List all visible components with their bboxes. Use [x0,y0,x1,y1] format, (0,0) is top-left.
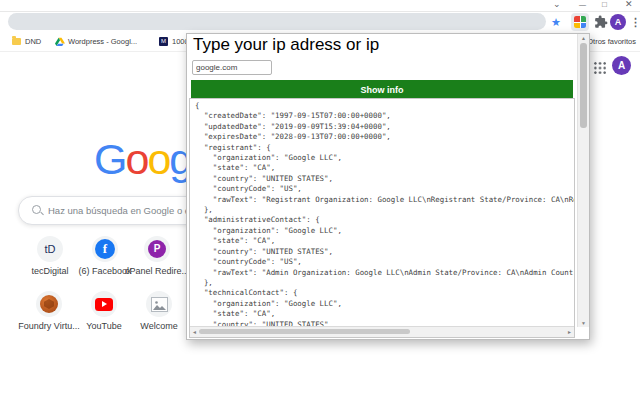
folder-icon [12,38,21,45]
shortcut-facebook[interactable]: f [92,236,118,262]
popup-title: Type your ip adress or ip [193,35,379,55]
json-line: "rawText": "Registrant Organization: Goo… [195,195,574,205]
horizontal-scrollbar[interactable]: ◄ ► [190,326,574,337]
browser-toolbar: ★ A ⋮ [0,12,640,32]
vertical-scrollbar[interactable]: ▲ ▼ [577,34,589,327]
minimize-icon[interactable]: — [579,0,586,10]
scroll-down-icon[interactable]: ▼ [578,320,589,326]
logo-letter: o [147,135,169,183]
shortcut-tecdigital[interactable]: tD [37,236,63,262]
facebook-icon: f [95,239,115,259]
other-bookmarks[interactable]: Otros favoritos [587,35,636,48]
json-line: "country": "UNITED STATES", [195,247,574,257]
json-line: "createdDate": "1997-09-15T07:00:00+0000… [195,111,574,121]
scroll-right-icon[interactable]: ► [567,327,572,337]
youtube-icon [95,298,113,311]
bookmark-dnd[interactable]: DND [12,35,60,48]
scroll-up-icon[interactable]: ▲ [578,35,589,41]
json-line: "administrativeContact": { [195,215,574,225]
ip-input[interactable] [192,60,272,75]
bookmark-label: Wordpress - Googl... [68,35,137,48]
shortcut-label: Welcome [123,321,195,331]
cpanel-icon: P [148,240,166,258]
shortcut-cpanel[interactable]: P [144,236,170,262]
json-line: "rawText": "Admin Organization: Google L… [195,268,574,278]
bookmark-star-icon[interactable]: ★ [551,15,561,29]
google-logo: Google [94,131,186,193]
maximize-icon[interactable]: □ [602,0,607,10]
logo-letter: o [125,135,147,183]
drive-icon [55,37,65,47]
shortcut-foundry[interactable] [36,291,62,317]
bookmark-label: DND [25,35,41,48]
whois-result-box: { "createdDate": "1997-09-15T07:00:00+00… [189,98,575,338]
json-line: "countryCode": "US", [195,184,574,194]
google-apps-icon[interactable] [592,60,606,74]
logo-letter: G [94,135,125,183]
title-bar: ⌄ — □ ✕ [0,0,640,12]
extensions-puzzle-icon[interactable] [594,15,608,29]
shortcut-welcome[interactable] [146,291,172,317]
bookmark-wordpress[interactable]: Wordpress - Googl... [55,35,155,48]
logo-letter: g [169,135,186,183]
shortcut-youtube[interactable] [91,291,117,317]
page-avatar[interactable]: A [612,56,631,75]
tecdigital-icon: tD [37,236,63,262]
image-placeholder-icon [151,297,168,312]
json-line: }, [195,205,574,215]
scroll-left-icon[interactable]: ◄ [192,327,197,337]
json-line: "technicalContact": { [195,288,574,298]
json-line: "country": "UNITED STATES", [195,174,574,184]
show-info-button[interactable]: Show info [191,80,573,98]
json-line: "state": "CA", [195,163,574,173]
ip-extension-icon[interactable] [571,13,589,31]
json-line: "countryCode": "US", [195,257,574,267]
profile-avatar[interactable]: A [610,14,626,30]
json-line: "organization": "Google LLC", [195,226,574,236]
json-line: { [195,101,574,111]
json-line: "organization": "Google LLC", [195,153,574,163]
close-icon[interactable]: ✕ [625,0,633,10]
search-icon [32,205,41,214]
json-line: "state": "CA", [195,236,574,246]
vertical-scroll-thumb[interactable] [580,43,587,128]
ip-extension-popup: Type your ip adress or ip Show info { "c… [186,33,590,340]
extension-glyph-icon [574,16,586,28]
whois-json: { "createdDate": "1997-09-15T07:00:00+00… [190,99,574,327]
json-line: "updatedDate": "2019-09-09T15:39:04+0000… [195,122,574,132]
json-line: "expiresDate": "2028-09-13T07:00:00+0000… [195,132,574,142]
json-line: "state": "CA", [195,309,574,319]
foundry-icon [40,295,58,313]
json-line: }, [195,278,574,288]
address-bar[interactable] [8,13,546,30]
browser-menu-icon[interactable]: ⋮ [630,14,640,30]
window-menu-icon[interactable]: ⌄ [553,0,561,10]
maps-favicon-icon: M [159,37,168,46]
json-line: "organization": "Google LLC", [195,299,574,309]
browser-window: ⌄ — □ ✕ ★ A ⋮ DND Wordpres [0,0,640,400]
shortcut-label: cPanel Redire... [121,266,193,276]
horizontal-scroll-thumb[interactable] [199,329,410,334]
json-line: "registrant": { [195,143,574,153]
